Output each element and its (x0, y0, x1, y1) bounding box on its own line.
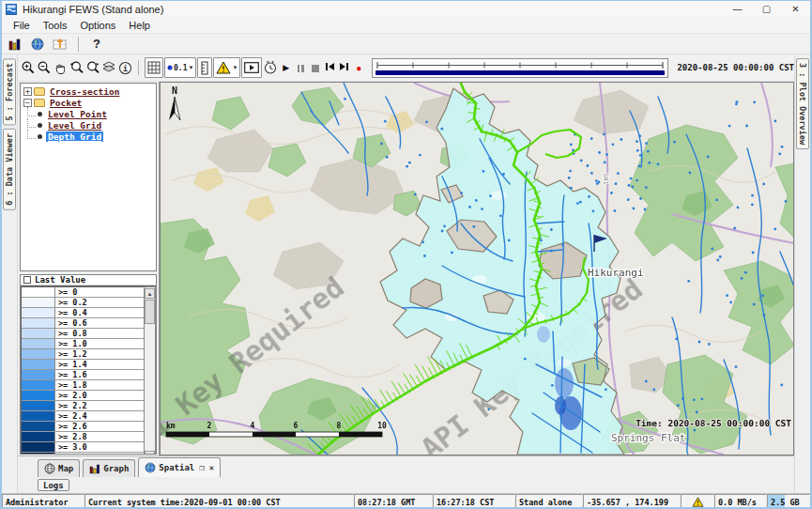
close-button[interactable]: ✕ (781, 1, 810, 17)
scroll-up-icon[interactable]: ▲ (145, 288, 155, 299)
skip-to-start-button[interactable] (323, 62, 336, 73)
tree-item-label: Depth Grid (46, 131, 103, 142)
legend-class-label: >= 2.8 (55, 432, 144, 441)
legend-color-swatch (22, 411, 55, 421)
tree-item-cross-section[interactable]: +Cross-section (21, 85, 156, 97)
interval-value: 0.1 (174, 64, 187, 72)
wireframe-globe-icon (44, 463, 55, 474)
map-time-label: Time: 2020-08-25 00:00:00 CST (636, 418, 791, 428)
tab-forecast[interactable]: 5 : Forecast (3, 58, 16, 125)
map-view[interactable]: API Key Required API Key Required (160, 82, 794, 455)
legend-row[interactable]: >= 3.0 (22, 442, 144, 453)
skip-to-end-button[interactable] (337, 62, 350, 73)
tab-close-icon[interactable]: ✕ (209, 463, 214, 472)
legend-row[interactable]: >= 3.2 (22, 453, 144, 455)
animation-clock-icon[interactable] (263, 57, 278, 78)
tree-item-depth-grid[interactable]: Depth Grid (21, 131, 156, 142)
help-button[interactable]: ? (87, 35, 106, 53)
svg-text:!: ! (696, 499, 699, 507)
timeline-slider[interactable] (372, 58, 668, 78)
menu-options[interactable]: Options (73, 19, 122, 32)
legend-row[interactable]: >= 2.8 (22, 432, 144, 442)
legend-row[interactable]: >= 2.2 (22, 401, 144, 411)
class-interval-combo[interactable]: 0.1 ▼ (164, 57, 196, 78)
scrollbar-thumb[interactable] (145, 300, 155, 324)
legend-row[interactable]: >= 2.0 (22, 391, 144, 401)
pan-hand-icon[interactable] (53, 57, 68, 78)
legend-row[interactable]: >= 0.8 (22, 329, 144, 339)
record-button[interactable]: ● (352, 63, 365, 73)
toolbar-separator (78, 37, 79, 52)
layers-icon[interactable] (101, 57, 116, 78)
grid-toggle-button[interactable] (145, 57, 163, 78)
tree-item-pocket[interactable]: −Pocket (21, 97, 156, 108)
legend-row[interactable]: >= 1.6 (22, 370, 144, 380)
menu-tools[interactable]: Tools (37, 19, 74, 32)
legend-row[interactable]: >= 0.4 (22, 308, 144, 318)
legend-row[interactable]: >= 1.8 (22, 380, 144, 391)
zoom-next-icon[interactable] (85, 57, 100, 78)
legend-row[interactable]: >= 0.6 (22, 318, 144, 329)
tree-connector (27, 118, 36, 128)
tab-plot-overview[interactable]: 3 : Plot Overview (796, 58, 809, 149)
tab-spatial[interactable]: Spatial ❐ ✕ (138, 457, 221, 477)
legend-row[interactable]: >= 2.4 (22, 411, 144, 422)
zoom-in-icon[interactable] (21, 57, 36, 78)
tab-graph[interactable]: Graph (83, 459, 135, 477)
legend-color-swatch (22, 287, 55, 297)
maximize-button[interactable]: ▢ (752, 1, 781, 17)
tab-map-label: Map (58, 464, 73, 473)
tab-maximize-icon[interactable]: ❐ (199, 463, 204, 472)
tree-item-level-grid[interactable]: Level Grid (21, 119, 156, 131)
movie-export-button[interactable] (241, 57, 262, 78)
legend-row[interactable]: >= 0.2 (22, 298, 144, 308)
tree-connector (27, 130, 36, 139)
status-warning[interactable]: ! (681, 494, 714, 509)
zoom-previous-icon[interactable] (69, 57, 84, 78)
menu-file[interactable]: File (7, 19, 37, 32)
legend-color-swatch (22, 370, 55, 379)
svg-text:N: N (172, 85, 177, 96)
menu-help[interactable]: Help (122, 19, 157, 32)
legend-row[interactable]: >= 1.2 (22, 349, 144, 360)
globe-icon[interactable] (28, 35, 47, 53)
legend-scrollbar[interactable]: ▲ ▼ (144, 286, 156, 455)
ruler-button[interactable] (197, 57, 212, 78)
last-value-checkbox[interactable] (23, 276, 31, 284)
warning-dropdown-button[interactable]: ! ▼ (213, 57, 240, 78)
minimize-button[interactable]: — (723, 1, 752, 17)
tree-item-level-point[interactable]: Level Point (21, 108, 156, 119)
legend-class-label: >= 1.8 (55, 380, 144, 390)
scroll-down-icon[interactable]: ▼ (145, 451, 155, 455)
status-local-time: 16:27:18 CST (433, 494, 515, 509)
timeline-progress-bar (375, 70, 665, 75)
stop-button[interactable] (309, 63, 322, 72)
play-button[interactable]: ▶ (280, 63, 293, 72)
legend-row[interactable]: >= 1.4 (22, 360, 144, 370)
status-mode: Stand alone (515, 494, 583, 509)
zoom-out-icon[interactable] (37, 57, 52, 78)
bar-chart-icon (89, 463, 100, 474)
grid-display-icon[interactable] (51, 35, 69, 53)
logs-button[interactable]: Logs (38, 479, 69, 491)
legend-row[interactable]: >= 0 (22, 287, 144, 298)
legend-color-swatch (22, 380, 55, 390)
explorer-icon[interactable] (6, 35, 24, 53)
tab-data-viewer[interactable]: 6 : Data Viewer (3, 129, 16, 210)
tree-item-label: Level Point (46, 109, 109, 119)
chevron-down-icon: ▼ (189, 65, 194, 70)
legend-row[interactable]: >= 2.6 (22, 422, 144, 432)
statusbar: Administrator Current system time:2020-0… (2, 493, 810, 509)
legend-color-swatch (22, 318, 55, 328)
memory-label: 2.5 GB (771, 498, 800, 507)
legend-row[interactable]: >= 1.0 (22, 339, 144, 349)
legend-color-swatch (22, 349, 55, 359)
collapse-icon[interactable]: − (23, 99, 32, 107)
svg-text:!: ! (222, 65, 226, 74)
tab-map[interactable]: Map (38, 459, 80, 477)
pause-button[interactable] (294, 63, 307, 72)
info-icon[interactable]: i (117, 57, 132, 78)
folder-icon (34, 87, 45, 96)
tree-item-label: Level Grid (46, 120, 103, 131)
expand-icon[interactable]: + (23, 87, 32, 96)
